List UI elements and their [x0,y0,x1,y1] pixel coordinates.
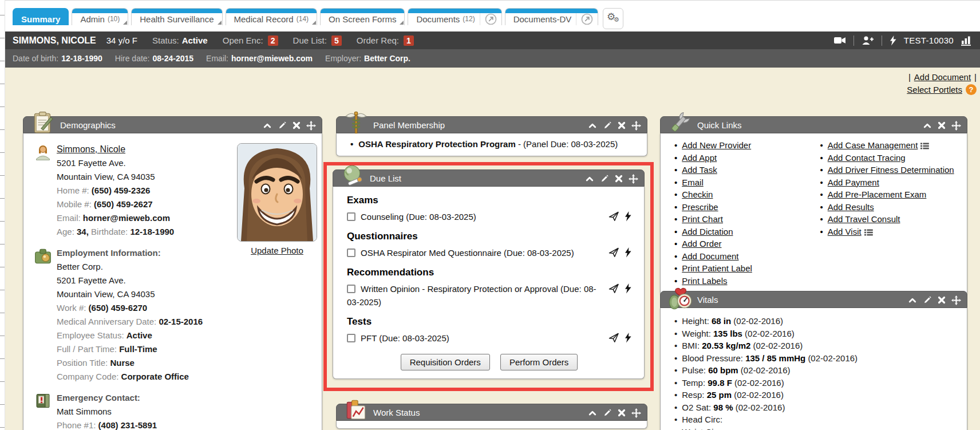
section-text: Employment Information:Better Corp.5201 … [57,246,316,384]
due-item-checkbox[interactable] [347,334,355,342]
tab-dropdown-fold[interactable] [123,21,127,25]
close-icon[interactable] [293,121,301,129]
quick-link-add-new-provider[interactable]: Add New Provider [682,140,751,150]
quick-link-print-patient-label[interactable]: Print Patient Label [682,263,752,273]
tab-health-surveillance[interactable]: Health Surveillance [131,8,222,25]
send-plane-icon[interactable] [608,247,619,258]
quick-link-add-dictation[interactable]: Add Dictation [682,227,733,236]
tab-medical-record[interactable]: Medical Record(14) [226,8,318,25]
gutter-tick [0,244,5,244]
tab-settings-button[interactable]: ⚙ ⚙ [603,8,623,29]
tab-on-screen-forms[interactable]: On Screen Forms [320,8,405,25]
edit-icon[interactable] [603,408,612,417]
tab-documents[interactable]: Documents(12) [408,8,501,25]
popup-icon[interactable] [485,13,497,25]
open-enc-group[interactable]: Open Enc: 2 [223,35,278,46]
move-icon[interactable] [629,174,638,184]
close-icon[interactable] [938,296,946,304]
webchart-patient-summary: SummaryAdmin(10)Health SurveillanceMedic… [0,0,980,430]
quick-link-add-appt[interactable]: Add Appt [682,153,717,163]
video-camera-icon[interactable] [834,36,846,45]
select-portlets-link[interactable]: Select Portlets [907,85,962,94]
perform-orders-button[interactable]: Perform Orders [500,354,578,370]
portlet-title: Vitals [697,295,718,305]
quick-link-add-order[interactable]: Add Order [682,239,721,248]
due-item-checkbox[interactable] [347,212,355,221]
quick-link-print-labels[interactable]: Print Labels [682,276,727,286]
send-plane-icon[interactable] [608,283,619,294]
quick-link-add-pre-placement-exam[interactable]: Add Pre-Placement Exam [828,190,927,199]
quick-link-add-document[interactable]: Add Document [682,251,738,261]
edit-icon[interactable] [923,295,932,305]
lightning-icon[interactable] [625,333,631,343]
collapse-icon[interactable] [588,409,597,417]
quick-link-add-visit[interactable]: Add Visit [828,227,862,236]
close-icon[interactable] [938,121,946,129]
lightning-icon[interactable] [625,283,631,294]
order-req-badge[interactable]: 1 [404,35,414,46]
quick-link-add-case-management[interactable]: Add Case Management [828,140,918,150]
quick-link-add-task[interactable]: Add Task [682,165,717,175]
tab-dropdown-fold[interactable] [218,21,222,25]
lightning-icon[interactable] [625,211,631,222]
vitals-header[interactable]: Vitals [660,291,967,308]
due-list-badge[interactable]: 5 [331,35,342,46]
quick-link-prescribe[interactable]: Prescribe [682,202,718,212]
due-list-header[interactable]: Due List [333,169,645,187]
move-icon[interactable] [306,121,316,131]
collapse-icon[interactable] [588,121,597,130]
edit-icon[interactable] [600,174,609,183]
work-status-header[interactable]: Work Status [336,404,647,421]
close-icon[interactable] [618,121,626,129]
lightning-icon[interactable] [625,247,631,258]
edit-icon[interactable] [603,121,612,130]
edit-icon[interactable] [278,121,287,130]
patient-name-link[interactable]: Simmons, Nicole [57,144,125,154]
collapse-icon[interactable] [263,121,272,130]
collapse-icon[interactable] [923,121,932,130]
popup-icon[interactable] [581,13,593,25]
help-icon[interactable]: ? [966,84,977,95]
quick-link-add-contact-tracing[interactable]: Add Contact Tracing [828,153,906,163]
move-icon[interactable] [631,121,641,131]
requisition-orders-button[interactable]: Requisition Orders [401,354,490,370]
field-value: (650) 459-6270 [89,303,148,313]
open-enc-badge[interactable]: 2 [268,35,278,46]
quick-links-header[interactable]: Quick Links [660,116,967,133]
quick-link-add-travel-consult[interactable]: Add Travel Consult [828,214,900,224]
demographics-header[interactable]: Demographics [23,116,322,133]
move-icon[interactable] [631,408,641,418]
close-icon[interactable] [615,175,623,183]
quick-link-add-payment[interactable]: Add Payment [828,177,879,187]
send-plane-icon[interactable] [608,211,619,222]
collapse-icon[interactable] [585,175,594,183]
tab-admin[interactable]: Admin(10) [72,8,128,25]
tab-dropdown-fold[interactable] [312,21,316,25]
close-icon[interactable] [618,409,626,417]
due-list-group[interactable]: Due List: 5 [293,35,342,46]
quick-link-add-results[interactable]: Add Results [828,202,874,212]
collapse-icon[interactable] [908,296,917,305]
tab-documents-dv[interactable]: Documents-DV [505,8,599,25]
due-item-checkbox[interactable] [347,285,355,293]
move-icon[interactable] [951,295,961,305]
lightning-icon[interactable] [890,35,896,46]
quick-link-email[interactable]: Email [682,177,704,187]
gutter-tick [0,38,5,38]
order-req-group[interactable]: Order Req: 1 [357,35,414,46]
add-document-link[interactable]: Add Document [914,72,971,82]
panel-membership-header[interactable]: Panel Membership [336,116,647,133]
add-person-icon[interactable] [862,35,874,45]
due-item-label: Counseling (Due: 08-03-2025) [361,212,476,222]
update-photo-link[interactable]: Update Photo [251,246,303,255]
chart-tab-bar: SummaryAdmin(10)Health SurveillanceMedic… [0,0,980,31]
due-item-checkbox[interactable] [347,248,355,257]
tab-summary[interactable]: Summary [13,8,69,25]
move-icon[interactable] [951,121,961,131]
quick-link-checkin[interactable]: Checkin [682,190,713,199]
quick-link-print-chart[interactable]: Print Chart [682,214,723,224]
send-plane-icon[interactable] [608,333,619,343]
tab-dropdown-fold[interactable] [400,21,404,25]
bar-chart-icon[interactable] [961,35,972,46]
quick-link-add-driver-fitness-determination[interactable]: Add Driver Fitness Determination [828,165,954,175]
